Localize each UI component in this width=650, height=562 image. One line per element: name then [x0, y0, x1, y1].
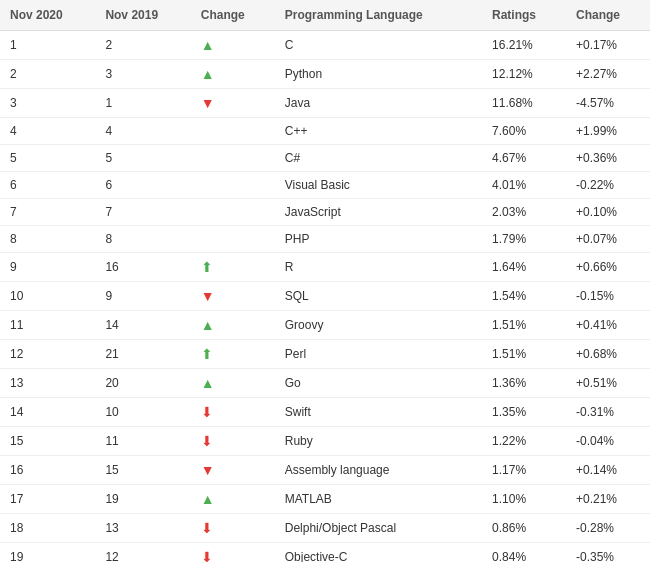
- header-nov2019: Nov 2019: [95, 0, 190, 31]
- cell-ratings: 1.51%: [482, 340, 566, 369]
- cell-change: -0.22%: [566, 172, 650, 199]
- cell-arrow: [191, 199, 275, 226]
- arrow-up-icon: ▲: [201, 37, 215, 53]
- cell-ratings: 1.10%: [482, 485, 566, 514]
- cell-nov2020: 11: [0, 311, 95, 340]
- cell-language: Go: [275, 369, 482, 398]
- cell-change: +0.14%: [566, 456, 650, 485]
- cell-change: +0.66%: [566, 253, 650, 282]
- header-change-arrow: Change: [191, 0, 275, 31]
- cell-nov2019: 15: [95, 456, 190, 485]
- cell-language: Python: [275, 60, 482, 89]
- cell-ratings: 1.51%: [482, 311, 566, 340]
- cell-ratings: 1.64%: [482, 253, 566, 282]
- rankings-table: Nov 2020 Nov 2019 Change Programming Lan…: [0, 0, 650, 562]
- cell-change: -0.28%: [566, 514, 650, 543]
- cell-arrow: ▲: [191, 485, 275, 514]
- cell-nov2020: 13: [0, 369, 95, 398]
- cell-change: +0.51%: [566, 369, 650, 398]
- cell-ratings: 1.17%: [482, 456, 566, 485]
- cell-nov2020: 2: [0, 60, 95, 89]
- cell-change: +0.36%: [566, 145, 650, 172]
- cell-change: +2.27%: [566, 60, 650, 89]
- table-row: 1912⬇Objective-C0.84%-0.35%: [0, 543, 650, 563]
- table-row: 44C++7.60%+1.99%: [0, 118, 650, 145]
- cell-change: -0.35%: [566, 543, 650, 563]
- table-row: 55C#4.67%+0.36%: [0, 145, 650, 172]
- cell-change: -0.04%: [566, 427, 650, 456]
- table-row: 1320▲Go1.36%+0.51%: [0, 369, 650, 398]
- cell-ratings: 2.03%: [482, 199, 566, 226]
- cell-arrow: ▲: [191, 311, 275, 340]
- cell-nov2020: 1: [0, 31, 95, 60]
- cell-language: JavaScript: [275, 199, 482, 226]
- cell-nov2020: 14: [0, 398, 95, 427]
- cell-language: MATLAB: [275, 485, 482, 514]
- cell-change: +1.99%: [566, 118, 650, 145]
- cell-nov2019: 3: [95, 60, 190, 89]
- table-row: 88PHP1.79%+0.07%: [0, 226, 650, 253]
- cell-nov2020: 6: [0, 172, 95, 199]
- cell-language: C++: [275, 118, 482, 145]
- cell-nov2019: 2: [95, 31, 190, 60]
- cell-change: -4.57%: [566, 89, 650, 118]
- cell-nov2019: 7: [95, 199, 190, 226]
- cell-arrow: [191, 172, 275, 199]
- table-row: 31▼Java11.68%-4.57%: [0, 89, 650, 118]
- cell-nov2019: 9: [95, 282, 190, 311]
- cell-nov2020: 8: [0, 226, 95, 253]
- header-change: Change: [566, 0, 650, 31]
- arrow-up-icon: ▲: [201, 491, 215, 507]
- cell-arrow: ⬆: [191, 340, 275, 369]
- cell-nov2020: 19: [0, 543, 95, 563]
- arrow-down-icon: ▼: [201, 288, 215, 304]
- cell-ratings: 1.35%: [482, 398, 566, 427]
- cell-nov2019: 5: [95, 145, 190, 172]
- cell-language: Assembly language: [275, 456, 482, 485]
- cell-nov2020: 5: [0, 145, 95, 172]
- cell-arrow: ▼: [191, 282, 275, 311]
- cell-change: +0.41%: [566, 311, 650, 340]
- cell-arrow: ▲: [191, 369, 275, 398]
- cell-ratings: 7.60%: [482, 118, 566, 145]
- cell-language: C: [275, 31, 482, 60]
- cell-language: PHP: [275, 226, 482, 253]
- arrow-down-double-icon: ⬇: [201, 549, 213, 562]
- table-row: 1813⬇Delphi/Object Pascal0.86%-0.28%: [0, 514, 650, 543]
- cell-nov2019: 20: [95, 369, 190, 398]
- cell-ratings: 4.01%: [482, 172, 566, 199]
- cell-change: +0.07%: [566, 226, 650, 253]
- table-row: 23▲Python12.12%+2.27%: [0, 60, 650, 89]
- cell-nov2020: 10: [0, 282, 95, 311]
- table-row: 77JavaScript2.03%+0.10%: [0, 199, 650, 226]
- cell-arrow: ▲: [191, 31, 275, 60]
- arrow-down-double-icon: ⬇: [201, 433, 213, 449]
- table-body: 12▲C16.21%+0.17%23▲Python12.12%+2.27%31▼…: [0, 31, 650, 563]
- cell-nov2020: 3: [0, 89, 95, 118]
- cell-nov2020: 9: [0, 253, 95, 282]
- arrow-down-icon: ▼: [201, 95, 215, 111]
- cell-language: Perl: [275, 340, 482, 369]
- arrow-down-icon: ▼: [201, 462, 215, 478]
- cell-arrow: ▼: [191, 456, 275, 485]
- cell-nov2020: 16: [0, 456, 95, 485]
- cell-nov2019: 14: [95, 311, 190, 340]
- cell-change: +0.17%: [566, 31, 650, 60]
- header-nov2020: Nov 2020: [0, 0, 95, 31]
- cell-language: Visual Basic: [275, 172, 482, 199]
- cell-arrow: ⬇: [191, 398, 275, 427]
- header-ratings: Ratings: [482, 0, 566, 31]
- cell-nov2019: 21: [95, 340, 190, 369]
- table-row: 1511⬇Ruby1.22%-0.04%: [0, 427, 650, 456]
- cell-ratings: 0.84%: [482, 543, 566, 563]
- cell-change: +0.68%: [566, 340, 650, 369]
- arrow-up-double-icon: ⬆: [201, 346, 213, 362]
- cell-language: Java: [275, 89, 482, 118]
- table-row: 1719▲MATLAB1.10%+0.21%: [0, 485, 650, 514]
- cell-language: R: [275, 253, 482, 282]
- cell-nov2019: 8: [95, 226, 190, 253]
- table-row: 109▼SQL1.54%-0.15%: [0, 282, 650, 311]
- table-row: 916⬆R1.64%+0.66%: [0, 253, 650, 282]
- cell-nov2019: 6: [95, 172, 190, 199]
- cell-arrow: ⬇: [191, 543, 275, 563]
